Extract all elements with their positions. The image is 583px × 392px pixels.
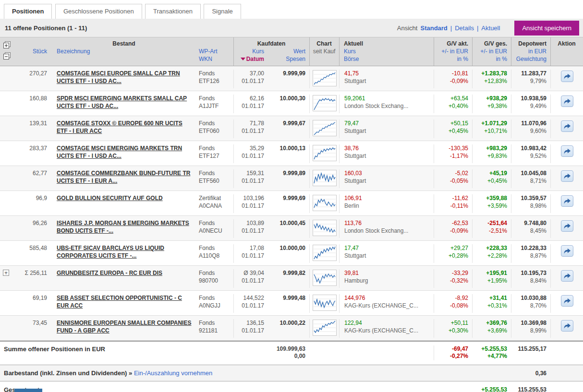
trade-action-button[interactable]	[561, 320, 573, 332]
column-header-gv-akt-eur[interactable]: +/- in EUR	[434, 48, 472, 55]
wkn: A0NECU	[199, 227, 233, 235]
column-group-kaufdaten: Kaufdaten	[233, 40, 309, 48]
trade-action-button[interactable]	[561, 95, 573, 107]
instrument-link[interactable]: SEB ASSET SELECTION OPPORTUNISTIC - C EU…	[57, 295, 182, 309]
sum-wert-cell: 109.999,63 0,00	[268, 345, 309, 360]
instrument-link[interactable]: SPDR MSCI EMERGING MARKETS SMALL CAP UCI…	[57, 95, 187, 109]
save-view-button[interactable]: Ansicht speichern	[514, 21, 579, 36]
current-price: 41,75	[344, 70, 434, 77]
trade-action-button[interactable]	[561, 195, 573, 207]
table-row: 585,48 UBS-ETF SICAV BARCLAYS US LIQUID …	[0, 241, 583, 266]
trade-action-button[interactable]	[561, 145, 573, 157]
trade-action-button[interactable]	[561, 295, 573, 307]
gv-today-pct: -0,05%	[434, 177, 468, 185]
column-header-in-eur[interactable]: in EUR	[511, 48, 550, 55]
trade-action-button[interactable]	[561, 220, 573, 232]
instrument-link[interactable]: COMSTAGE STOXX © EUROPE 600 NR UCITS ETF…	[57, 120, 182, 134]
chart-thumbnail[interactable]	[313, 195, 337, 211]
exchange: Stuttgart	[344, 77, 434, 85]
exchange: KAG-Kurs (EXCHANGE_C...	[344, 327, 434, 335]
chart-thumbnail[interactable]	[313, 70, 337, 86]
column-header-boerse[interactable]: Börse	[339, 55, 434, 63]
instrument-link[interactable]: ENNISMORE EUROPEAN SMALLER COMPANIES FUN…	[57, 320, 191, 334]
buy-price: 144,522	[234, 294, 264, 302]
chart-thumbnail[interactable]	[313, 295, 337, 311]
trade-action-button[interactable]	[561, 71, 573, 82]
position-value: 10.195,73	[511, 269, 547, 277]
instrument-link[interactable]: GOLD BULLION SECURITY AUF GOLD	[57, 195, 163, 202]
tab-positionen[interactable]: Positionen	[4, 4, 52, 19]
wp-art: Fonds	[199, 219, 233, 227]
wp-art: Fonds	[199, 294, 233, 302]
sum-gv-ges-cell: +5.255,53 +4,77%	[472, 345, 511, 360]
column-header-wert[interactable]: Wert	[268, 48, 309, 55]
view-details-link[interactable]: Details	[455, 24, 474, 32]
view-aktuell-link[interactable]: Aktuell	[481, 24, 500, 32]
trade-action-button[interactable]	[561, 270, 573, 282]
trade-action-button[interactable]	[561, 170, 573, 182]
chart-thumbnail[interactable]	[313, 245, 337, 261]
current-price: 106,91	[344, 194, 434, 202]
column-header-wp-art[interactable]: WP-Art	[199, 48, 233, 55]
buy-price: 35,29	[234, 144, 264, 152]
column-header-kauf-kurs[interactable]: Kurs	[233, 48, 268, 55]
instrument-link[interactable]: COMSTAGE COMMERZBANK BUND-FUTURE TR UCIT…	[57, 170, 190, 184]
gv-today-eur: +50,15	[434, 119, 468, 127]
buy-date: 01.01.17	[234, 227, 264, 235]
instrument-link[interactable]: GRUNDBESITZ EUROPA - RC EUR DIS	[57, 270, 162, 276]
wp-art: Zertifikat	[199, 194, 233, 202]
instrument-link[interactable]: COMSTAGE MSCI EUROPE SMALL CAP TRN UCITS…	[57, 70, 180, 84]
gv-total-pct: +3,59%	[473, 202, 507, 210]
column-header-gv-akt-pct[interactable]: in %	[434, 55, 472, 63]
forward-arrow-icon	[563, 247, 571, 255]
gv-today-eur: +29,27	[434, 244, 468, 252]
chart-thumbnail[interactable]	[313, 220, 337, 236]
tree-controls	[3, 41, 11, 63]
column-header-datum-sorted[interactable]: Datum	[233, 55, 268, 63]
instrument-link[interactable]: UBS-ETF SICAV BARCLAYS US LIQUID CORPORA…	[57, 245, 164, 259]
total-gv-ges: +5.255,53	[472, 386, 511, 392]
expand-all-icon[interactable]	[3, 41, 11, 49]
chart-thumbnail[interactable]	[313, 145, 337, 161]
column-header-gv-ges-eur[interactable]: +/- in EUR	[472, 48, 511, 55]
column-header-gewichtung[interactable]: Gewichtung	[511, 55, 550, 63]
quantity: 585,48	[14, 244, 47, 252]
column-header-aktuell-kurs[interactable]: Kurs	[339, 48, 434, 55]
table-row: 62,77 COMSTAGE COMMERZBANK BUND-FUTURE T…	[0, 166, 583, 191]
chart-thumbnail[interactable]	[313, 270, 337, 286]
chart-thumbnail[interactable]	[313, 95, 337, 111]
gv-today-eur: +50,11	[434, 319, 468, 327]
deposit-withdraw-link[interactable]: Ein-/Auszahlung vornehmen	[134, 369, 212, 377]
position-weight: 8,71%	[511, 177, 547, 185]
column-header-seit-kauf: seit Kauf	[309, 48, 339, 55]
sparkline	[314, 321, 335, 333]
column-header-stueck[interactable]: Stück	[14, 48, 51, 55]
column-header-wkn[interactable]: WKN	[199, 55, 233, 63]
tab-transaktionen[interactable]: Transaktionen	[145, 4, 201, 19]
collapse-all-icon[interactable]	[3, 52, 11, 60]
tab-geschlossene-positionen[interactable]: Geschlossene Positionen	[55, 4, 142, 19]
quantity: 73,45	[14, 319, 47, 327]
column-header-bezeichnung[interactable]: Bezeichnung	[51, 48, 199, 55]
column-header-spesen[interactable]: Spesen	[268, 55, 309, 63]
wkn: A110Q8	[199, 252, 233, 260]
trade-action-button[interactable]	[561, 245, 573, 257]
position-value: 10.030,88	[511, 294, 547, 302]
gv-total-eur: +1.283,78	[473, 70, 507, 77]
chart-thumbnail[interactable]	[313, 170, 337, 186]
buy-date: 01.01.17	[234, 327, 264, 335]
trade-action-button[interactable]	[561, 120, 573, 132]
chart-thumbnail[interactable]	[313, 320, 337, 336]
gv-total-eur: +1.071,29	[473, 119, 507, 127]
toolbar: 11 offene Positionen (1 - 11) Ansicht St…	[0, 19, 583, 37]
row-expand-toggle[interactable]	[3, 270, 9, 276]
position-value: 11.070,96	[511, 119, 547, 127]
view-standard-link[interactable]: Standard	[420, 24, 447, 32]
instrument-link[interactable]: COMSTAGE MSCI EMERGING MARKETS TRN UCITS…	[57, 145, 182, 159]
column-header-gv-ges-pct[interactable]: in %	[472, 55, 511, 63]
forward-arrow-icon	[563, 147, 571, 155]
instrument-link[interactable]: ISHARES J.P. MORGAN $ EMERGING MARKETS B…	[57, 220, 189, 234]
column-group-gv-akt: G/V akt.	[434, 40, 472, 48]
chart-thumbnail[interactable]	[313, 120, 337, 136]
tab-signale[interactable]: Signale	[204, 4, 241, 19]
